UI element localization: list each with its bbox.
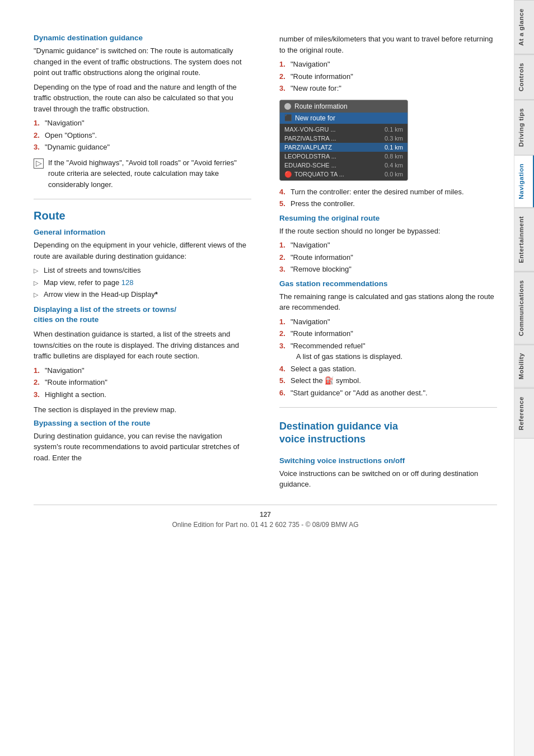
displaying-section: Displaying a list of the streets or town…: [34, 305, 251, 416]
tab-navigation[interactable]: Navigation: [514, 155, 535, 208]
page-wrapper: Dynamic destination guidance "Dynamic gu…: [0, 0, 534, 756]
note-text: If the "Avoid highways", "Avoid toll roa…: [48, 157, 251, 190]
resuming-steps-list: 1. "Navigation" 2. "Route information" 3…: [279, 240, 497, 275]
bullet-triangle-1: ▷: [34, 266, 39, 276]
sidebar-tabs: At a glance Controls Driving tips Naviga…: [514, 0, 534, 756]
dynamic-para2: Depending on the type of road and the na…: [34, 82, 251, 115]
switching-heading: Switching voice instructions on/off: [279, 456, 497, 465]
route-info-subheader-text: New route for: [295, 114, 335, 122]
dynamic-para1: "Dynamic guidance" is switched on: The r…: [34, 45, 251, 78]
dest-voice-section: Destination guidance viavoice instructio…: [279, 420, 497, 490]
section-divider-2: [279, 407, 497, 408]
resuming-step-2: 2. "Route information": [279, 252, 497, 263]
tab-driving-tips[interactable]: Driving tips: [514, 100, 535, 155]
bypassing-step-3: 3. "New route for:": [279, 83, 497, 94]
footer-text: Online Edition for Part no. 01 41 2 602 …: [172, 521, 358, 529]
tab-at-a-glance[interactable]: At a glance: [514, 0, 535, 54]
left-column: Dynamic destination guidance "Dynamic gu…: [34, 34, 257, 493]
general-heading: General information: [34, 228, 251, 236]
bullet-triangle-2: ▷: [34, 278, 39, 288]
page-128-link[interactable]: 128: [121, 278, 134, 287]
gas-section: Gas station recommendations The remainin…: [279, 279, 497, 399]
right-column: number of miles/kilometers that you want…: [274, 34, 497, 493]
bypassing-section: Bypassing a section of the route During …: [34, 419, 251, 464]
general-para: Depending on the equipment in your vehic…: [34, 240, 251, 262]
resuming-heading: Resuming the original route: [279, 214, 497, 222]
gas-step-4: 4. Select a gas station.: [279, 363, 497, 375]
bypassing-step-5: 5. Press the controller.: [279, 198, 497, 209]
route-info-header: Route information: [280, 100, 407, 113]
gas-step-1: 1. "Navigation": [279, 316, 497, 328]
two-col-layout: Dynamic destination guidance "Dynamic gu…: [34, 34, 497, 493]
tab-entertainment[interactable]: Entertainment: [514, 208, 535, 272]
route-row-1: PARZIVALSTRA ... 0.3 km: [280, 134, 407, 143]
bypassing-steps-cont-list: 4. Turn the controller: enter the desire…: [279, 186, 497, 209]
tab-communications[interactable]: Communications: [514, 272, 535, 344]
tab-reference[interactable]: Reference: [514, 388, 535, 438]
bypassing-step-1: 1. "Navigation": [279, 59, 497, 70]
displaying-step-3: 3. Highlight a section.: [34, 389, 251, 400]
dest-voice-heading: Destination guidance viavoice instructio…: [279, 420, 497, 446]
dynamic-heading: Dynamic destination guidance: [34, 34, 251, 42]
resuming-section: Resuming the original route If the route…: [279, 214, 497, 275]
note-triangle-icon: ▷: [34, 158, 44, 169]
tab-controls[interactable]: Controls: [514, 54, 535, 100]
displaying-steps-list: 1. "Navigation" 2. "Route information" 3…: [34, 365, 251, 400]
tab-mobility[interactable]: Mobility: [514, 344, 535, 388]
nav-icon: ⬛: [284, 114, 292, 122]
bullet-streets: ▷ List of streets and towns/cities: [34, 265, 251, 276]
displaying-step-1: 1. "Navigation": [34, 365, 251, 376]
general-section: General information Depending on the equ…: [34, 228, 251, 300]
gas-steps-list: 1. "Navigation" 2. "Route information" 3…: [279, 316, 497, 399]
displaying-para: When destination guidance is started, a …: [34, 329, 251, 362]
gas-step-3: 3. "Recommended refuel" A list of gas st…: [279, 340, 497, 362]
route-row-0: MAX-VON-GRU ... 0.1 km: [280, 125, 407, 134]
gas-step-2: 2. "Route information": [279, 328, 497, 339]
page-number: 127: [34, 511, 497, 519]
displaying-note: The section is displayed in the preview …: [34, 404, 251, 416]
main-content: Dynamic destination guidance "Dynamic gu…: [0, 0, 514, 756]
route-info-header-text: Route information: [294, 102, 348, 110]
dynamic-step-2: 2. Open "Options".: [34, 130, 251, 141]
dynamic-step-3: 3. "Dynamic guidance": [34, 142, 251, 153]
displaying-heading: Displaying a list of the streets or town…: [34, 305, 251, 326]
switching-para: Voice instructions can be switched on or…: [279, 468, 497, 490]
page-footer: 127 Online Edition for Part no. 01 41 2 …: [34, 505, 497, 529]
route-heading: Route: [34, 209, 251, 222]
bypassing-continue-section: number of miles/kilometers that you want…: [279, 34, 497, 209]
route-row-5: 🔴 TORQUATO TA ... 0.0 km: [280, 170, 407, 179]
general-bullets-list: ▷ List of streets and towns/cities ▷ Map…: [34, 265, 251, 300]
bypassing-continue-text: number of miles/kilometers that you want…: [279, 34, 497, 55]
bypassing-heading: Bypassing a section of the route: [34, 419, 251, 427]
bypassing-step-2: 2. "Route information": [279, 71, 497, 82]
gas-step-6: 6. "Start guidance" or "Add as another d…: [279, 388, 497, 399]
bypassing-step-4: 4. Turn the controller: enter the desire…: [279, 186, 497, 198]
note-box: ▷ If the "Avoid highways", "Avoid toll r…: [34, 157, 251, 190]
route-row-4: EDUARD-SCHE ... 0.4 km: [280, 161, 407, 170]
dynamic-steps-list: 1. "Navigation" 2. Open "Options". 3. "D…: [34, 118, 251, 153]
gear-icon: [284, 103, 291, 110]
gas-para: The remaining range is calculated and ga…: [279, 291, 497, 313]
route-row-3: LEOPOLDSTRA ... 0.8 km: [280, 152, 407, 161]
resuming-step-3: 3. "Remove blocking": [279, 264, 497, 275]
bypassing-para: During destination guidance, you can rev…: [34, 431, 251, 464]
dynamic-section: Dynamic destination guidance "Dynamic gu…: [34, 34, 251, 190]
displaying-step-2: 2. "Route information": [34, 377, 251, 388]
bullet-arrow: ▷ Arrow view in the Head-up Display*: [34, 289, 251, 300]
resuming-step-1: 1. "Navigation": [279, 240, 497, 251]
route-info-body: MAX-VON-GRU ... 0.1 km PARZIVALSTRA ... …: [280, 124, 407, 180]
gas-step-5: 5. Select the ⛽ symbol.: [279, 375, 497, 386]
bullet-map: ▷ Map view, refer to page 128: [34, 277, 251, 288]
section-divider-1: [34, 199, 251, 199]
dynamic-step-1: 1. "Navigation": [34, 118, 251, 129]
bypassing-steps-list: 1. "Navigation" 2. "Route information" 3…: [279, 59, 497, 94]
bullet-triangle-3: ▷: [34, 290, 39, 300]
route-info-subheader: ⬛ New route for: [280, 113, 407, 124]
route-row-2-highlighted: PARZIVALPLATZ 0.1 km: [280, 143, 407, 152]
route-info-screenshot: Route information ⬛ New route for MAX-VO…: [279, 100, 408, 181]
resuming-para: If the route section should no longer be…: [279, 226, 497, 237]
gas-heading: Gas station recommendations: [279, 279, 497, 288]
